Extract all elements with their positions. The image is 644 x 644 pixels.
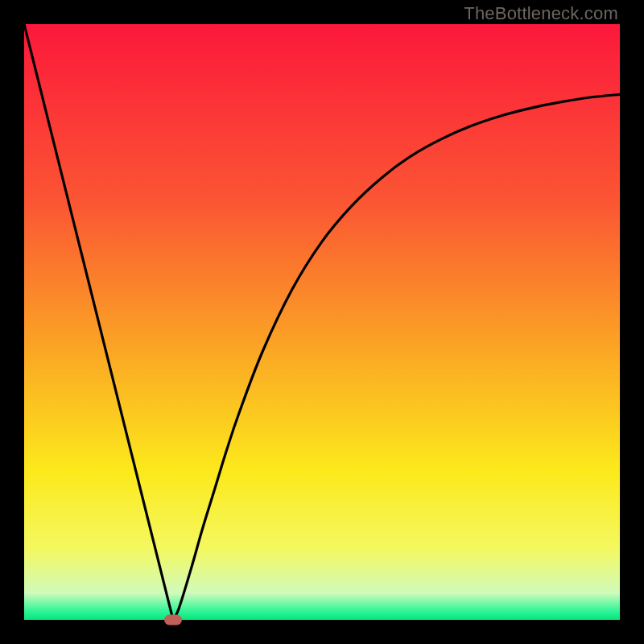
gradient-background [24,24,620,620]
optimal-point-marker [164,615,182,625]
bottleneck-chart [24,24,620,620]
chart-frame [24,24,620,620]
watermark-text: TheBottleneck.com [464,3,618,24]
